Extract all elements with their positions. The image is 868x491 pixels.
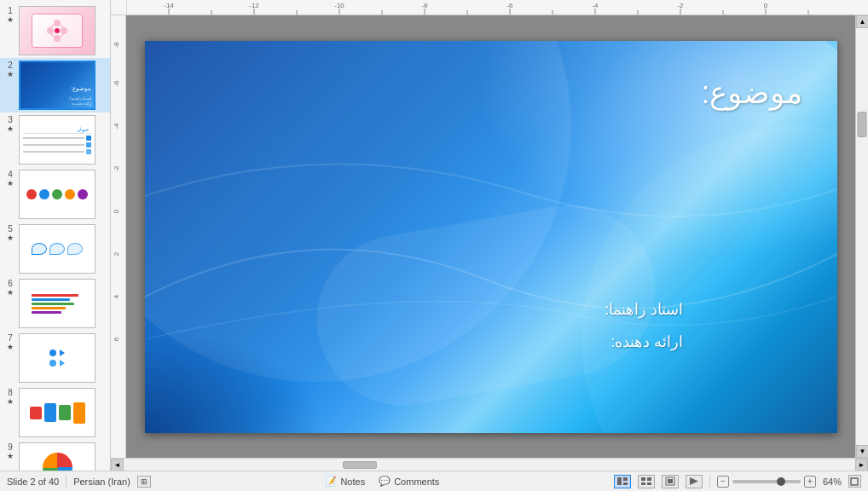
svg-text:-10: -10 bbox=[334, 2, 344, 9]
slide-thumb-5[interactable]: 5 ★ bbox=[0, 222, 110, 276]
slideshow-button[interactable] bbox=[686, 475, 703, 488]
slide-area-wrapper: -8 -6 -4 -2 0 2 4 6 bbox=[111, 15, 868, 458]
star-4: ★ bbox=[7, 179, 14, 188]
svg-text:0: 0 bbox=[113, 209, 120, 213]
language-label: Persian (Iran) bbox=[73, 477, 130, 487]
svg-text:-2: -2 bbox=[113, 165, 120, 172]
slide-count-label: Slide 2 of 40 bbox=[7, 477, 59, 487]
star-5: ★ bbox=[7, 234, 14, 242]
slide-number-1: 1 bbox=[8, 6, 13, 15]
notes-button[interactable]: 📝 Notes bbox=[325, 476, 365, 487]
thumb-2-text: موضوع: استاد راهنما: ارائه دهنده: bbox=[68, 85, 91, 106]
svg-text:6: 6 bbox=[113, 337, 120, 341]
comments-icon: 💬 bbox=[379, 476, 391, 487]
slide-thumbnail-9[interactable] bbox=[19, 442, 95, 471]
slide-number-8: 8 bbox=[8, 388, 13, 397]
star-7: ★ bbox=[7, 343, 14, 351]
svg-rect-49 bbox=[641, 477, 645, 481]
svg-point-3 bbox=[47, 27, 54, 34]
svg-rect-52 bbox=[647, 482, 651, 485]
star-3: ★ bbox=[7, 124, 14, 133]
language-button[interactable]: ⊞ bbox=[137, 476, 151, 488]
presenter-label[interactable]: ارائه دهنده: bbox=[605, 332, 683, 351]
svg-rect-54 bbox=[668, 479, 673, 483]
supervisor-label[interactable]: استاد راهنما: bbox=[605, 300, 683, 319]
status-separator-2 bbox=[709, 475, 710, 488]
svg-text:4: 4 bbox=[113, 294, 120, 298]
zoom-controls: − + 64% bbox=[717, 476, 842, 488]
svg-rect-47 bbox=[623, 477, 628, 481]
svg-text:2: 2 bbox=[113, 251, 120, 256]
star-1: ★ bbox=[7, 15, 14, 24]
zoom-slider-thumb[interactable] bbox=[777, 477, 785, 486]
zoom-slider[interactable] bbox=[732, 480, 801, 483]
svg-point-2 bbox=[54, 35, 61, 42]
slide-thumb-2[interactable]: 2 ★ موضوع: استاد راهنما: ارائه دهنده: bbox=[0, 58, 110, 113]
editor-area: // Will be generated inline below -14 -1… bbox=[111, 0, 868, 471]
svg-text:-14: -14 bbox=[164, 2, 174, 9]
ruler-left: -8 -6 -4 -2 0 2 4 6 bbox=[111, 15, 126, 458]
scroll-thumb-bottom[interactable] bbox=[343, 461, 377, 469]
zoom-level-label: 64% bbox=[823, 477, 842, 487]
slide-thumbnail-3[interactable]: عنوان bbox=[19, 115, 95, 165]
svg-text:-2: -2 bbox=[677, 2, 684, 9]
scroll-down-button[interactable]: ▼ bbox=[856, 445, 868, 458]
svg-text:-4: -4 bbox=[113, 123, 120, 130]
slide-thumb-3[interactable]: 3 ★ عنوان bbox=[0, 113, 110, 167]
comments-label: Comments bbox=[394, 477, 439, 487]
slide-title[interactable]: موضوع: bbox=[701, 75, 802, 111]
slide-thumbnail-8[interactable] bbox=[19, 388, 95, 437]
svg-rect-56 bbox=[851, 478, 858, 485]
zoom-in-button[interactable]: + bbox=[804, 476, 816, 488]
slide-main[interactable]: موضوع: استاد راهنما: ارائه دهنده: bbox=[145, 41, 837, 433]
slide-thumbnail-4[interactable] bbox=[19, 170, 95, 219]
slide-number-7: 7 bbox=[8, 333, 13, 343]
slide-canvas-area[interactable]: موضوع: استاد راهنما: ارائه دهنده: bbox=[126, 15, 855, 458]
slide-thumbnail-5[interactable] bbox=[19, 224, 95, 274]
slide-thumb-7[interactable]: 7 ★ bbox=[0, 331, 110, 385]
star-6: ★ bbox=[7, 288, 14, 297]
slide-thumbnail-2[interactable]: موضوع: استاد راهنما: ارائه دهنده: bbox=[19, 61, 95, 110]
slide-thumbnail-6[interactable] bbox=[19, 279, 95, 328]
star-9: ★ bbox=[7, 452, 14, 460]
slide-thumbnail-7[interactable] bbox=[19, 333, 95, 383]
scroll-track-right[interactable] bbox=[856, 28, 868, 445]
slide-sorter-button[interactable] bbox=[638, 475, 655, 488]
scroll-up-button[interactable]: ▲ bbox=[856, 15, 868, 28]
scroll-left-button[interactable]: ◄ bbox=[111, 459, 124, 471]
svg-marker-55 bbox=[690, 477, 698, 485]
slide-number-2: 2 bbox=[8, 61, 13, 70]
scrollbar-bottom: ◄ ► bbox=[111, 458, 868, 471]
scrollbar-right: ▲ ▼ bbox=[855, 15, 868, 458]
slide-thumb-9[interactable]: 9 ★ bbox=[0, 440, 110, 471]
reading-view-button[interactable] bbox=[662, 475, 679, 488]
svg-rect-50 bbox=[647, 477, 651, 481]
svg-text:-12: -12 bbox=[249, 2, 259, 9]
scroll-track-bottom[interactable] bbox=[124, 460, 855, 470]
svg-rect-48 bbox=[623, 482, 628, 485]
normal-view-button[interactable] bbox=[614, 475, 631, 488]
notes-label: Notes bbox=[340, 477, 365, 487]
ruler-top: // Will be generated inline below -14 -1… bbox=[111, 0, 868, 15]
slide-thumb-4[interactable]: 4 ★ bbox=[0, 167, 110, 222]
slide-thumb-8[interactable]: 8 ★ bbox=[0, 385, 110, 440]
svg-point-4 bbox=[61, 27, 67, 34]
comments-button[interactable]: 💬 Comments bbox=[379, 476, 439, 487]
notes-icon: 📝 bbox=[325, 476, 337, 487]
svg-rect-51 bbox=[641, 482, 645, 485]
slide-number-6: 6 bbox=[8, 279, 13, 288]
slide-thumb-1[interactable]: 1 ★ bbox=[0, 3, 110, 58]
slide-thumbnail-1[interactable] bbox=[19, 6, 95, 55]
fit-slide-button[interactable] bbox=[848, 475, 861, 488]
star-2: ★ bbox=[7, 70, 14, 78]
zoom-out-button[interactable]: − bbox=[717, 476, 729, 488]
slide-number-9: 9 bbox=[8, 442, 13, 452]
slide-number-4: 4 bbox=[8, 170, 13, 179]
scroll-thumb-right[interactable] bbox=[858, 112, 867, 137]
slide-thumb-6[interactable]: 6 ★ bbox=[0, 276, 110, 331]
status-center: 📝 Notes 💬 Comments bbox=[325, 476, 439, 487]
main-area: 1 ★ 2 ★ bbox=[0, 0, 868, 471]
slide-number-5: 5 bbox=[8, 224, 13, 234]
ruler-marks-top: -14 -12 -10 -8 -6 bbox=[126, 0, 855, 15]
scroll-right-button[interactable]: ► bbox=[855, 459, 868, 471]
